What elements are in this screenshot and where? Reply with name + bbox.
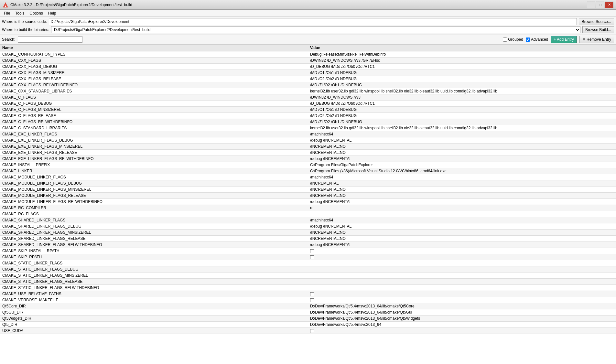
table-row[interactable]: CMAKE_MODULE_LINKER_FLAGS /machine:x64 — [0, 174, 616, 180]
cell-value[interactable] — [308, 254, 616, 260]
source-row: Where is the source code: Browse Source.… — [2, 18, 614, 25]
table-row[interactable]: CMAKE_CONFIGURATION_TYPESDebug;Release;M… — [0, 51, 616, 58]
table-row[interactable]: CMAKE_VERBOSE_MAKEFILE — [0, 297, 616, 303]
build-input[interactable]: D:/Projects/GigaPatchExplorer2/Developme… — [51, 26, 580, 33]
grouped-checkbox[interactable] — [503, 37, 507, 42]
table-row[interactable]: CMAKE_CXX_FLAGS_DEBUG/D_DEBUG /MDd /Zi /… — [0, 64, 616, 70]
table-row[interactable]: CMAKE_RC_FLAGS — [0, 211, 616, 217]
cell-value — [308, 285, 616, 291]
value-checkbox[interactable] — [310, 292, 314, 296]
value-checkbox[interactable] — [310, 329, 314, 333]
add-entry-button[interactable]: + Add Entry — [551, 36, 577, 43]
table-row[interactable]: CMAKE_MODULE_LINKER_FLAGS_RELWITHDEBINFO… — [0, 199, 616, 205]
cell-value — [308, 211, 616, 217]
table-row[interactable]: CMAKE_SHARED_LINKER_FLAGS_DEBUG/debug /I… — [0, 223, 616, 230]
cell-value: /INCREMENTAL:NO — [308, 236, 616, 242]
table-row[interactable]: CMAKE_EXE_LINKER_FLAGS_MINSIZEREL/INCREM… — [0, 144, 616, 150]
table-row[interactable]: CMAKE_EXE_LINKER_FLAGS/machine:x64 — [0, 131, 616, 137]
advanced-checkbox[interactable] — [526, 37, 530, 42]
table-row[interactable]: CMAKE_C_FLAGS_DEBUG/D_DEBUG /MDd /Zi /Ob… — [0, 101, 616, 107]
table-row[interactable]: CMAKE_MODULE_LINKER_FLAGS_DEBUG/INCREMEN… — [0, 180, 616, 187]
menu-options[interactable]: Options — [27, 10, 45, 16]
cmake-table-container: Name Value CMAKE_CONFIGURATION_TYPESDebu… — [0, 44, 616, 364]
value-checkbox[interactable] — [310, 298, 314, 302]
table-row[interactable]: Qt5Widgets_DIRD:/Dev/Frameworks/Qt/5.4/m… — [0, 316, 616, 322]
table-row[interactable]: CMAKE_EXE_LINKER_FLAGS_DEBUG/debug /INCR… — [0, 137, 616, 144]
table-row[interactable]: CMAKE_SHARED_LINKER_FLAGS /machine:x64 — [0, 217, 616, 223]
advanced-checkbox-label[interactable]: Advanced — [526, 37, 548, 42]
cell-name: CMAKE_EXE_LINKER_FLAGS_RELEASE — [0, 150, 308, 156]
table-row[interactable]: CMAKE_MODULE_LINKER_FLAGS_MINSIZEREL/INC… — [0, 187, 616, 193]
table-row[interactable]: Qt5_DIRD:/Dev/Frameworks/Qt/5.4/msvc2013… — [0, 322, 616, 328]
table-row[interactable]: CMAKE_EXE_LINKER_FLAGS_RELEASE/INCREMENT… — [0, 150, 616, 156]
table-row[interactable]: CMAKE_CXX_FLAGS_RELWITHDEBINFO/MD /Zi /O… — [0, 82, 616, 88]
cell-name: CMAKE_SHARED_LINKER_FLAGS_MINSIZEREL — [0, 230, 308, 236]
value-checkbox[interactable] — [310, 255, 314, 259]
minimize-button[interactable]: ─ — [587, 2, 595, 8]
table-row[interactable]: CMAKE_C_STANDARD_LIBRARIESkernel32.lib u… — [0, 125, 616, 131]
cell-value: /debug /INCREMENTAL — [308, 199, 616, 205]
cell-value: /INCREMENTAL:NO — [308, 144, 616, 150]
cell-name: CMAKE_USE_RELATIVE_PATHS — [0, 291, 308, 297]
table-row[interactable]: CMAKE_STATIC_LINKER_FLAGS_MINSIZEREL — [0, 273, 616, 279]
table-row[interactable]: CMAKE_LINKERC:/Program Files (x86)/Micro… — [0, 168, 616, 174]
table-row[interactable]: CMAKE_MODULE_LINKER_FLAGS_RELEASE/INCREM… — [0, 193, 616, 199]
build-label: Where to build the binaries: — [2, 27, 49, 32]
menu-file[interactable]: File — [1, 10, 13, 16]
cell-name: CMAKE_STATIC_LINKER_FLAGS — [0, 260, 308, 266]
table-row[interactable]: CMAKE_STATIC_LINKER_FLAGS_RELEASE — [0, 279, 616, 285]
cell-name: CMAKE_SHARED_LINKER_FLAGS_DEBUG — [0, 223, 308, 230]
table-row[interactable]: CMAKE_RC_COMPILERrc — [0, 205, 616, 211]
cell-value: /machine:x64 — [308, 217, 616, 223]
table-row[interactable]: CMAKE_EXE_LINKER_FLAGS_RELWITHDEBINFO/de… — [0, 156, 616, 162]
cell-value: /debug /INCREMENTAL — [308, 137, 616, 144]
table-row[interactable]: CMAKE_STATIC_LINKER_FLAGS_DEBUG — [0, 266, 616, 273]
table-row[interactable]: CMAKE_C_FLAGS_RELEASE/MD /O2 /Ob2 /D NDE… — [0, 113, 616, 119]
cell-value: /MD /Zi /O2 /Ob1 /D NDEBUG — [308, 82, 616, 88]
table-row[interactable]: CMAKE_CXX_FLAGS_MINSIZEREL/MD /O1 /Ob1 /… — [0, 70, 616, 76]
table-row[interactable]: CMAKE_SKIP_RPATH — [0, 254, 616, 260]
menu-help[interactable]: Help — [46, 10, 59, 16]
source-input[interactable] — [49, 18, 577, 25]
table-row[interactable]: CMAKE_SHARED_LINKER_FLAGS_RELWITHDEBINFO… — [0, 242, 616, 248]
cell-value[interactable] — [308, 328, 616, 334]
table-row[interactable]: CMAKE_C_FLAGS_MINSIZEREL/MD /O1 /Ob1 /D … — [0, 107, 616, 113]
cell-value: /DWIN32 /D_WINDOWS /W3 /GR /EHsc — [308, 58, 616, 64]
table-header-row: Name Value — [0, 45, 616, 51]
table-row[interactable]: CMAKE_STATIC_LINKER_FLAGS — [0, 260, 616, 266]
cell-name: CMAKE_VERBOSE_MAKEFILE — [0, 297, 308, 303]
menu-tools[interactable]: Tools — [13, 10, 27, 16]
table-row[interactable]: Qt5Gui_DIRD:/Dev/Frameworks/Qt/5.4/msvc2… — [0, 309, 616, 316]
remove-entry-button[interactable]: ✕ Remove Entry — [579, 36, 614, 43]
search-input[interactable] — [18, 36, 82, 43]
cell-name: CMAKE_EXE_LINKER_FLAGS_DEBUG — [0, 137, 308, 144]
table-row[interactable]: CMAKE_C_FLAGS_RELWITHDEBINFO/MD /Zi /O2 … — [0, 119, 616, 125]
cell-name: CMAKE_MODULE_LINKER_FLAGS_RELWITHDEBINFO — [0, 199, 308, 205]
cell-value: /D_DEBUG /MDd /Zi /Ob0 /Od /RTC1 — [308, 64, 616, 70]
table-row[interactable]: CMAKE_USE_RELATIVE_PATHS — [0, 291, 616, 297]
value-checkbox[interactable] — [310, 249, 314, 253]
table-row[interactable]: CMAKE_STATIC_LINKER_FLAGS_RELWITHDEBINFO — [0, 285, 616, 291]
cell-value[interactable] — [308, 248, 616, 254]
browse-build-button[interactable]: Browse Build... — [582, 26, 614, 33]
table-row[interactable]: Qt5Core_DIRD:/Dev/Frameworks/Qt/5.4/msvc… — [0, 303, 616, 309]
window-controls: ─ □ ✕ — [587, 2, 613, 8]
table-row[interactable]: CMAKE_SKIP_INSTALL_RPATH — [0, 248, 616, 254]
grouped-checkbox-label[interactable]: Grouped — [503, 37, 523, 42]
cell-name: CMAKE_EXE_LINKER_FLAGS_MINSIZEREL — [0, 144, 308, 150]
cell-value[interactable] — [308, 291, 616, 297]
cell-value[interactable] — [308, 297, 616, 303]
browse-source-button[interactable]: Browse Source... — [579, 18, 614, 25]
table-row[interactable]: CMAKE_SHARED_LINKER_FLAGS_RELEASE/INCREM… — [0, 236, 616, 242]
table-row[interactable]: CMAKE_INSTALL_PREFIXC:/Program Files/Gig… — [0, 162, 616, 168]
table-row[interactable]: CMAKE_CXX_FLAGS_RELEASE/MD /O2 /Ob2 /D N… — [0, 76, 616, 82]
close-button[interactable]: ✕ — [605, 2, 613, 8]
maximize-button[interactable]: □ — [596, 2, 604, 8]
column-header-name: Name — [0, 45, 308, 51]
table-row[interactable]: USE_CUDA — [0, 328, 616, 334]
table-row[interactable]: CMAKE_CXX_FLAGS /DWIN32 /D_WINDOWS /W3 /… — [0, 58, 616, 64]
table-row[interactable]: CMAKE_SHARED_LINKER_FLAGS_MINSIZEREL/INC… — [0, 230, 616, 236]
cell-value: /MD /O2 /Ob2 /D NDEBUG — [308, 76, 616, 82]
table-row[interactable]: CMAKE_C_FLAGS /DWIN32 /D_WINDOWS /W3 — [0, 94, 616, 101]
table-row[interactable]: CMAKE_CXX_STANDARD_LIBRARIESkernel32.lib… — [0, 88, 616, 94]
